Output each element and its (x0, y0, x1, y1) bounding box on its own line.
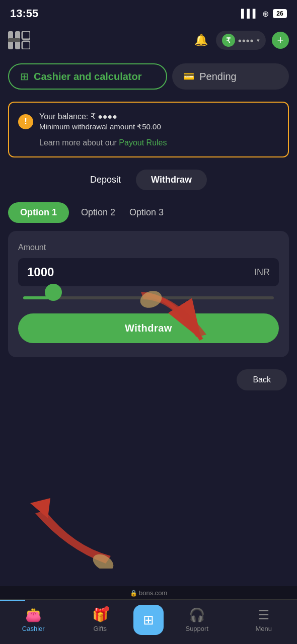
slider-container[interactable] (18, 296, 279, 299)
option2-button[interactable]: Option 2 (79, 202, 117, 223)
balance-line1: Your balance: ₹ ●●●● (39, 112, 279, 121)
grid-icon: ⊞ (143, 612, 154, 628)
balance-text-block: Your balance: ₹ ●●●● Minimum withdrawal … (39, 112, 279, 131)
progress-bar (0, 600, 25, 601)
amount-currency: INR (254, 267, 270, 278)
nav-menu[interactable]: ☰ Menu (231, 607, 298, 632)
balance-amount: ●●●● (238, 37, 254, 44)
support-nav-icon: 🎧 (189, 607, 205, 623)
tab-pending[interactable]: 💳 Pending (172, 63, 289, 90)
dropdown-arrow-icon: ▾ (257, 37, 260, 44)
status-icons: ▌▌▌ ⊛ 26 (241, 9, 287, 19)
amount-input-row[interactable]: 1000 INR (18, 258, 279, 286)
gifts-notification-dot (104, 606, 109, 611)
slider-fill (23, 296, 48, 299)
nav-center-button[interactable]: ⊞ (133, 605, 164, 635)
bottom-nav: 👛 Cashier 🎁 Gifts ⊞ 🎧 Support ☰ Menu (0, 599, 297, 644)
payout-text: Learn more about our (39, 138, 119, 147)
amount-panel: Amount 1000 INR Withdraw (8, 231, 289, 357)
tab-cashier-calculator[interactable]: ⊞ Cashier and calculator (8, 63, 167, 90)
slider-track (23, 296, 274, 299)
warning-icon: ! (18, 114, 33, 129)
domain-text: bons.com (139, 589, 167, 597)
tab-row: ⊞ Cashier and calculator 💳 Pending (8, 63, 289, 90)
svg-rect-3 (22, 31, 30, 39)
svg-rect-2 (8, 38, 20, 42)
lock-icon: 🔒 (130, 590, 139, 597)
deposit-withdraw-row: Deposit Withdraw (8, 170, 289, 190)
main-content: ⊞ Cashier and calculator 💳 Pending ! You… (0, 55, 297, 390)
withdraw-toggle-button[interactable]: Withdraw (136, 170, 207, 190)
svg-rect-4 (22, 41, 30, 49)
gifts-nav-label: Gifts (93, 625, 107, 632)
support-nav-label: Support (185, 625, 208, 632)
deposit-button[interactable]: Deposit (90, 173, 121, 187)
signal-icon: ▌▌▌ (241, 9, 258, 18)
balance-box: ! Your balance: ₹ ●●●● Minimum withdrawa… (8, 102, 289, 157)
balance-line2: Minimum withdrawal amount ₹50.00 (39, 122, 279, 131)
top-nav: 🔔 ₹ ●●●● ▾ + (0, 25, 297, 55)
domain-bar: 🔒 bons.com (0, 586, 297, 600)
amount-value: 1000 (27, 265, 54, 279)
nav-right: 🔔 ₹ ●●●● ▾ + (192, 31, 289, 50)
logo-icon (8, 31, 30, 49)
rupee-icon: ₹ (222, 34, 235, 47)
menu-nav-label: Menu (255, 625, 272, 632)
status-time: 13:55 (10, 7, 38, 20)
calculator-icon: ⊞ (20, 70, 29, 83)
payout-rules-link[interactable]: Payout Rules (119, 138, 167, 147)
nav-support[interactable]: 🎧 Support (164, 607, 231, 632)
option1-button[interactable]: Option 1 (8, 202, 69, 223)
slider-thumb[interactable] (45, 284, 62, 301)
option3-button[interactable]: Option 3 (127, 202, 166, 223)
add-funds-button[interactable]: + (272, 32, 289, 49)
menu-nav-icon: ☰ (258, 607, 269, 623)
balance-button[interactable]: ₹ ●●●● ▾ (216, 31, 266, 50)
tab-cashier-label: Cashier and calculator (34, 71, 142, 83)
back-button[interactable]: Back (237, 369, 287, 390)
cashier-nav-label: Cashier (22, 625, 45, 632)
options-row: Option 1 Option 2 Option 3 (8, 202, 289, 223)
svg-point-9 (90, 551, 116, 569)
arrow-annotation-up (25, 498, 116, 571)
wifi-icon: ⊛ (262, 9, 269, 19)
nav-gifts[interactable]: 🎁 Gifts (67, 607, 134, 632)
balance-row: ! Your balance: ₹ ●●●● Minimum withdrawa… (18, 112, 279, 131)
notifications-button[interactable]: 🔔 (192, 32, 210, 49)
status-bar: 13:55 ▌▌▌ ⊛ 26 (0, 0, 297, 25)
battery-badge: 26 (273, 9, 287, 18)
payout-line: Learn more about our Payout Rules (18, 138, 279, 147)
svg-marker-8 (30, 498, 50, 518)
card-icon: 💳 (183, 71, 194, 82)
back-row: Back (8, 369, 289, 390)
cashier-nav-icon: 👛 (25, 607, 41, 623)
nav-cashier[interactable]: 👛 Cashier (0, 607, 67, 632)
withdraw-button[interactable]: Withdraw (18, 313, 279, 343)
gifts-nav-icon: 🎁 (92, 607, 108, 623)
tab-pending-label: Pending (199, 71, 236, 83)
amount-label: Amount (18, 243, 279, 252)
